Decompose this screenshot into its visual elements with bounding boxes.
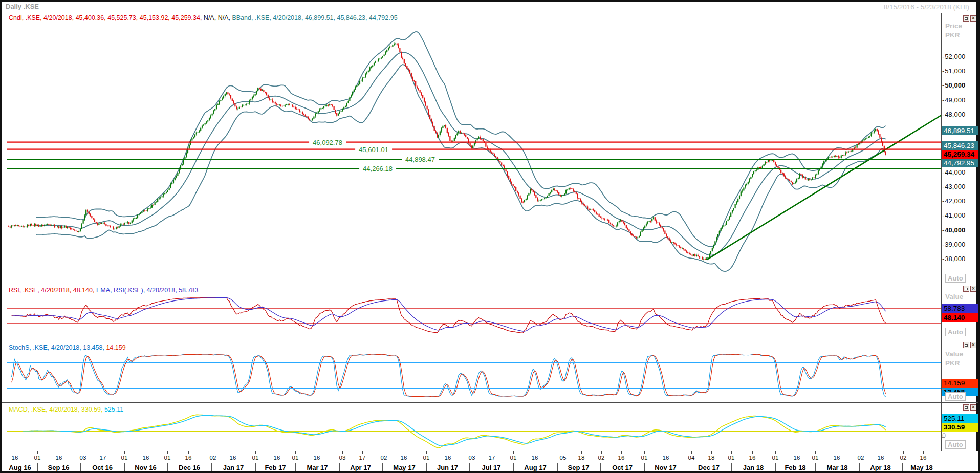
day-tick-label: 17: [489, 455, 495, 461]
value-badge: 48.140: [942, 313, 978, 322]
day-tick-mark: [448, 451, 448, 454]
date-range-label: 8/15/2016 - 5/23/2018 (KHI): [884, 3, 969, 11]
auto-scale-button[interactable]: Auto: [945, 274, 966, 283]
value-badge: 330.59: [942, 423, 978, 432]
tick-mark: -: [942, 255, 944, 263]
level-label: 46,092.78: [309, 139, 346, 146]
close-icon[interactable]: ×: [970, 15, 976, 22]
day-tick-label: 02: [381, 455, 387, 461]
day-tick-mark: [923, 451, 924, 454]
day-tick-mark: [404, 451, 404, 454]
restore-icon[interactable]: [963, 342, 969, 348]
close-icon[interactable]: ×: [970, 342, 976, 348]
macd-zero-label: 0: [942, 432, 946, 439]
day-tick-mark: [601, 451, 602, 454]
close-icon[interactable]: ×: [970, 404, 976, 411]
day-tick-label: 16: [794, 455, 800, 461]
day-tick-label: 16: [56, 455, 62, 461]
price-tick-label: -42,000: [942, 197, 965, 205]
tick-mark: -: [942, 81, 944, 89]
auto-scale-button[interactable]: Auto: [945, 440, 966, 449]
month-label: Sep 17: [557, 464, 600, 471]
day-tick-mark: [775, 451, 776, 454]
axis-title-value: Value: [945, 350, 963, 358]
day-tick-mark: [815, 451, 816, 454]
axis-tick-dash: [942, 325, 945, 325]
day-tick-label: 16: [143, 455, 149, 461]
day-tick-label: 02: [210, 455, 216, 461]
pane-border: [2, 284, 978, 284]
day-tick-mark: [146, 451, 146, 454]
price-tick-label: -43,000: [942, 183, 965, 190]
month-label: Jul 17: [469, 464, 513, 471]
day-tick-label: 16: [12, 455, 18, 461]
day-tick-label: 01: [121, 455, 128, 461]
day-tick-mark: [691, 451, 692, 454]
gutter-separator: [941, 13, 942, 471]
restore-icon[interactable]: [963, 404, 969, 411]
tick-mark: -: [942, 211, 944, 219]
legend-part: BBand, .KSE, 4/20/2018, 46,899.51, 45,84…: [232, 14, 397, 22]
day-tick-mark: [581, 451, 582, 454]
level-label: 44,266.18: [359, 165, 396, 173]
day-tick-label: 16: [618, 455, 625, 461]
value-badge: 525.11: [942, 414, 978, 423]
day-tick-label: 01: [164, 455, 171, 461]
restore-icon[interactable]: [963, 286, 969, 292]
tick-mark: -: [942, 168, 944, 176]
month-label: Feb 18: [775, 464, 815, 471]
close-icon[interactable]: ×: [970, 286, 976, 292]
day-tick-label: 18: [708, 455, 715, 461]
day-tick-label: 16: [532, 455, 538, 461]
day-tick-mark: [752, 451, 753, 454]
day-tick-mark: [295, 451, 296, 454]
support-resistance-lines: [7, 142, 941, 169]
day-tick-label: 02: [858, 455, 864, 461]
day-tick-label: 05: [560, 455, 567, 461]
day-tick-label: 16: [878, 455, 884, 461]
day-tick-mark: [362, 451, 363, 454]
month-label: Dec 16: [167, 464, 211, 471]
axis-title-value: Value: [945, 293, 963, 300]
pane-border: [2, 402, 978, 403]
day-tick-label: 16: [401, 455, 407, 461]
value-badge: 46,899.51: [942, 126, 978, 135]
day-tick-mark: [837, 451, 837, 454]
time-axis[interactable]: 16Aug 160116Sep 160317Oct 160116Nov 1601…: [2, 451, 978, 471]
day-tick-mark: [277, 451, 277, 454]
day-tick-label: 02: [598, 455, 605, 461]
day-tick-mark: [83, 451, 83, 454]
day-tick-label: 16: [230, 455, 236, 461]
auto-scale-button[interactable]: Auto: [945, 328, 966, 336]
pane-border: [2, 13, 941, 13]
month-label: Jan 17: [211, 464, 255, 471]
legend-part: RSI, .KSE, 4/20/2018, 48.140,: [9, 287, 96, 294]
stoch-pane-legend: StochS, .KSE, 4/20/2018, 13.458, 14.159: [9, 344, 126, 351]
price-tick-label: -41,000: [942, 211, 965, 219]
day-tick-label: 01: [292, 455, 299, 461]
macd-pane-legend: MACD, .KSE, 4/20/2018, 330.59, 525.11: [9, 406, 123, 413]
day-tick-mark: [15, 451, 15, 454]
day-tick-label: 03: [80, 455, 86, 461]
pane-window-controls: ×: [963, 286, 976, 292]
day-tick-label: 17: [359, 455, 366, 461]
day-tick-mark: [492, 451, 492, 454]
price-tick-label: -51,000: [942, 67, 965, 75]
month-label: Jan 18: [731, 464, 775, 471]
day-tick-label: 03: [339, 455, 346, 461]
day-tick-mark: [644, 451, 645, 454]
tick-mark: -: [942, 183, 944, 190]
auto-scale-button[interactable]: Auto: [945, 392, 966, 401]
value-badge: 44,792.95: [942, 159, 978, 167]
rsi-pane-legend: RSI, .KSE, 4/20/2018, 48.140, EMA, RSI(.…: [9, 287, 198, 294]
day-tick-mark: [167, 451, 168, 454]
macd-lines: [7, 415, 944, 448]
day-tick-label: 16: [920, 455, 927, 461]
restore-icon[interactable]: [963, 15, 969, 22]
day-tick-label: 02: [900, 455, 907, 461]
day-tick-label: 16: [663, 455, 669, 461]
tick-mark: -: [942, 53, 944, 60]
level-label: 45,601.01: [355, 146, 392, 154]
tick-mark: -: [942, 96, 944, 104]
month-label: Apr 18: [859, 464, 902, 471]
